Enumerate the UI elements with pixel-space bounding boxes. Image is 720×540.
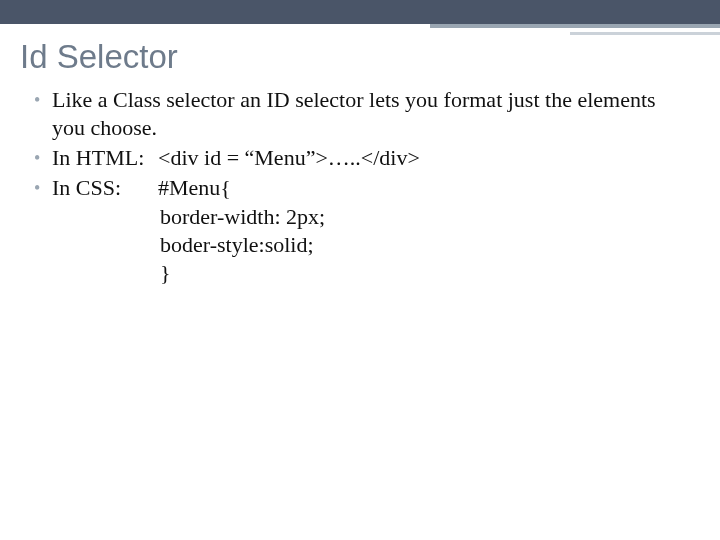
bullet-dot-icon: • (34, 174, 52, 202)
bullet-dot-icon: • (34, 86, 52, 114)
accent-lines (430, 24, 720, 34)
bullet-text: Like a Class selector an ID selector let… (52, 86, 692, 142)
slide-title: Id Selector (20, 38, 720, 76)
code-line: } (160, 259, 692, 287)
bullet-label: In CSS: (52, 174, 158, 202)
code-line: #Menu{ (158, 175, 231, 200)
bullet-text: In HTML:<div id = “Menu”>…..</div> (52, 144, 692, 172)
code-line: border-width: 2px; (160, 203, 692, 231)
bullet-label: In HTML: (52, 144, 158, 172)
code-block: border-width: 2px; boder-style:solid; } (160, 203, 692, 287)
code-line: boder-style:solid; (160, 231, 692, 259)
bullet-text: In CSS:#Menu{ border-width: 2px; boder-s… (52, 174, 692, 287)
bullet-item: • In CSS:#Menu{ border-width: 2px; boder… (34, 174, 692, 287)
bullet-item: • In HTML:<div id = “Menu”>…..</div> (34, 144, 692, 172)
bullet-dot-icon: • (34, 144, 52, 172)
slide-top-band (0, 0, 720, 24)
code-inline: <div id = “Menu”>…..</div> (158, 145, 420, 170)
slide-content: • Like a Class selector an ID selector l… (34, 86, 692, 287)
bullet-item: • Like a Class selector an ID selector l… (34, 86, 692, 142)
